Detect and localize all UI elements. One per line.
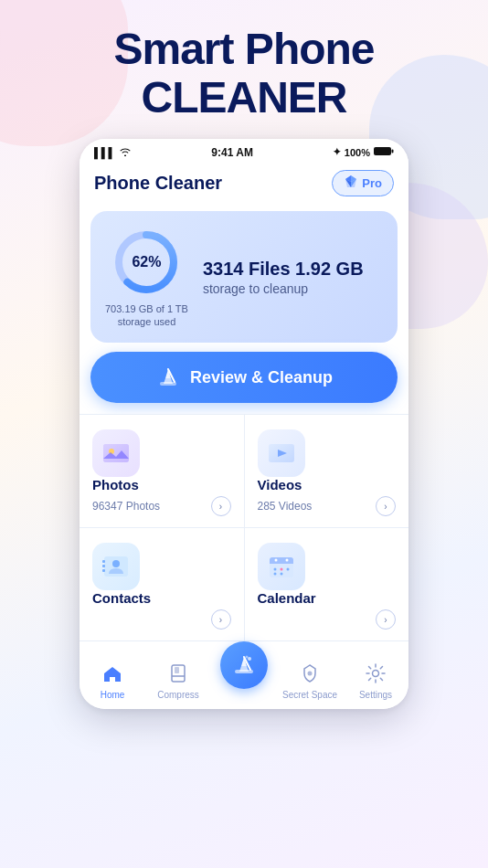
compress-icon [169, 663, 187, 688]
storage-card: 62% 703.19 GB of 1 TB storage used 3314 … [90, 211, 398, 344]
storage-percentage: 62% [132, 254, 161, 270]
photos-chevron[interactable]: › [211, 496, 231, 516]
svg-point-38 [246, 656, 249, 659]
grid-item-videos[interactable]: Videos 285 Videos › [245, 415, 409, 527]
svg-point-26 [285, 559, 288, 562]
app-title: Phone Cleaner [94, 173, 222, 194]
videos-row: 285 Videos › [258, 496, 397, 516]
videos-title: Videos [258, 477, 302, 492]
svg-point-30 [273, 573, 276, 576]
title-line1: Smart Phone [113, 25, 374, 73]
home-icon [102, 665, 122, 688]
calendar-icon [258, 543, 305, 590]
status-right: ✦ 100% [333, 146, 394, 158]
grid-item-contacts[interactable]: Contacts › [80, 528, 244, 640]
phone-mockup-container: ▌▌▌ 9:41 AM ✦ 100% [80, 139, 408, 710]
photos-icon [92, 429, 140, 477]
storage-label: 703.19 GB of 1 TB storage used [105, 302, 188, 329]
svg-point-31 [280, 573, 282, 576]
grid-item-calendar[interactable]: Calendar › [245, 528, 409, 640]
battery-icon [374, 146, 394, 158]
svg-rect-20 [102, 565, 105, 567]
svg-point-39 [308, 672, 313, 676]
storage-subtitle: storage to cleanup [203, 281, 383, 296]
svg-point-18 [112, 560, 120, 567]
svg-rect-24 [270, 561, 293, 564]
svg-rect-19 [102, 560, 105, 563]
svg-point-27 [273, 568, 276, 571]
contacts-icon [92, 543, 140, 590]
svg-rect-21 [102, 569, 105, 572]
svg-rect-12 [103, 444, 129, 462]
status-time: 9:41 AM [211, 146, 253, 159]
nav-settings[interactable]: Settings [343, 663, 408, 700]
app-header: Phone Cleaner Pro [80, 163, 408, 206]
calendar-title: Calendar [258, 590, 316, 606]
secret-label: Secret Space [282, 690, 337, 700]
battery-percent: 100% [345, 147, 370, 158]
status-bar: ▌▌▌ 9:41 AM ✦ 100% [80, 139, 408, 163]
storage-info: 3314 Files 1.92 GB storage to cleanup [203, 258, 383, 296]
photos-count: 96347 Photos [92, 500, 160, 513]
contacts-title: Contacts [92, 590, 151, 606]
svg-point-28 [280, 568, 282, 571]
wifi-icon [119, 146, 132, 158]
svg-point-40 [373, 671, 379, 677]
photos-title: Photos [92, 477, 139, 492]
cleaner-center-button[interactable] [220, 641, 268, 689]
svg-rect-33 [175, 667, 179, 673]
home-label: Home [101, 690, 125, 700]
phone-mockup: ▌▌▌ 9:41 AM ✦ 100% [80, 139, 408, 710]
signal-icon: ▌▌▌ [94, 147, 115, 158]
calendar-chevron[interactable]: › [376, 609, 396, 630]
main-title: Smart Phone CLEANER [0, 0, 488, 139]
review-cleanup-button[interactable]: Review & Cleanup [90, 352, 398, 403]
nav-secret[interactable]: Secret Space [277, 663, 343, 700]
bluetooth-icon: ✦ [333, 146, 341, 158]
broom-icon [155, 365, 181, 390]
videos-icon [258, 429, 305, 477]
svg-point-29 [286, 568, 289, 571]
nav-compress[interactable]: Compress [145, 663, 211, 700]
calendar-row: › [258, 609, 397, 630]
compress-label: Compress [157, 690, 199, 700]
diamond-icon [344, 175, 358, 192]
pro-label: Pro [362, 176, 382, 190]
svg-rect-0 [374, 147, 391, 155]
videos-chevron[interactable]: › [376, 496, 396, 516]
storage-files: 3314 Files 1.92 GB [203, 258, 383, 280]
contacts-chevron[interactable]: › [211, 609, 231, 630]
contacts-row: › [92, 609, 231, 630]
svg-rect-1 [391, 150, 393, 153]
photos-row: 96347 Photos › [92, 496, 231, 516]
cleanup-btn-text: Review & Cleanup [190, 368, 333, 387]
donut-chart: 62% [110, 226, 183, 299]
settings-icon [366, 663, 386, 688]
status-left: ▌▌▌ [94, 146, 132, 158]
nav-cleaner-center[interactable] [211, 641, 277, 693]
bottom-nav: Home Compress [80, 640, 408, 709]
svg-point-25 [274, 559, 277, 562]
settings-label: Settings [359, 690, 392, 700]
feature-grid: Photos 96347 Photos › [80, 414, 408, 640]
nav-home[interactable]: Home [80, 665, 145, 700]
storage-used: 703.19 GB of 1 TB [105, 303, 188, 314]
donut-section: 62% 703.19 GB of 1 TB storage used [105, 226, 188, 329]
svg-point-37 [248, 657, 251, 661]
videos-count: 285 Videos [258, 500, 313, 513]
secret-icon [301, 663, 319, 688]
grid-item-photos[interactable]: Photos 96347 Photos › [80, 415, 244, 527]
pro-badge[interactable]: Pro [332, 170, 394, 196]
title-line2: CLEANER [141, 73, 346, 122]
storage-used-sub: storage used [118, 316, 176, 327]
